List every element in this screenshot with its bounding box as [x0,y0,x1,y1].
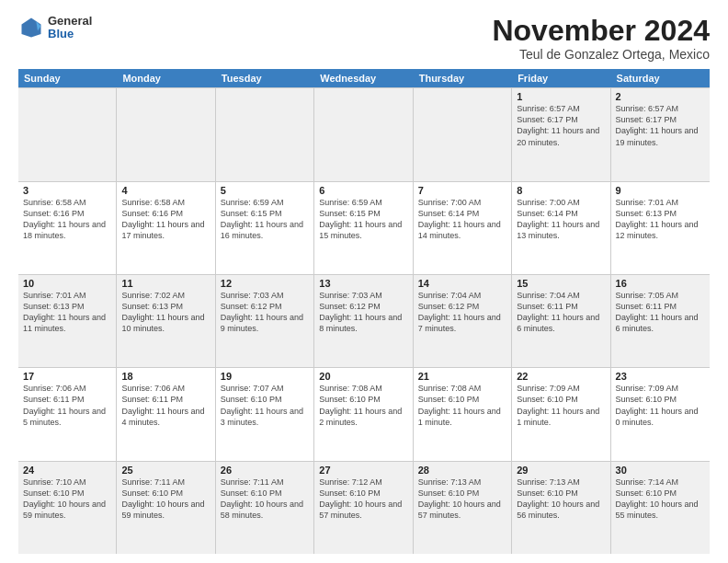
weekday-header: Friday [512,69,610,87]
logo-text: General Blue [48,15,92,41]
day-info: Sunrise: 7:02 AM Sunset: 6:13 PM Dayligh… [121,290,210,335]
day-info: Sunrise: 7:01 AM Sunset: 6:13 PM Dayligh… [23,290,111,335]
calendar-cell: 3Sunrise: 6:58 AM Sunset: 6:16 PM Daylig… [18,182,117,274]
logo-icon [18,15,44,40]
day-number: 4 [121,185,210,196]
day-number: 6 [319,185,407,196]
day-info: Sunrise: 6:57 AM Sunset: 6:17 PM Dayligh… [517,103,605,148]
calendar-cell: 7Sunrise: 7:00 AM Sunset: 6:14 PM Daylig… [414,182,512,274]
calendar: SundayMondayTuesdayWednesdayThursdayFrid… [18,69,710,554]
calendar-row: 1Sunrise: 6:57 AM Sunset: 6:17 PM Daylig… [18,88,710,181]
day-info: Sunrise: 6:59 AM Sunset: 6:15 PM Dayligh… [319,197,407,242]
day-number: 26 [221,465,309,476]
calendar-cell: 10Sunrise: 7:01 AM Sunset: 6:13 PM Dayli… [18,275,117,367]
calendar-cell: 9Sunrise: 7:01 AM Sunset: 6:13 PM Daylig… [611,182,710,274]
day-info: Sunrise: 7:13 AM Sunset: 6:10 PM Dayligh… [517,477,605,522]
day-info: Sunrise: 7:08 AM Sunset: 6:10 PM Dayligh… [319,383,407,428]
calendar-cell [18,88,117,180]
logo: General Blue [18,15,92,41]
day-info: Sunrise: 7:09 AM Sunset: 6:10 PM Dayligh… [616,383,705,428]
page-title: November 2024 [492,15,710,47]
calendar-cell: 13Sunrise: 7:03 AM Sunset: 6:12 PM Dayli… [314,275,413,367]
day-number: 2 [616,91,705,102]
calendar-cell: 28Sunrise: 7:13 AM Sunset: 6:10 PM Dayli… [414,462,512,554]
day-info: Sunrise: 6:57 AM Sunset: 6:17 PM Dayligh… [616,103,705,148]
weekday-header: Sunday [18,69,117,87]
calendar-cell: 2Sunrise: 6:57 AM Sunset: 6:17 PM Daylig… [611,88,710,180]
calendar-body: 1Sunrise: 6:57 AM Sunset: 6:17 PM Daylig… [18,87,710,554]
day-info: Sunrise: 7:03 AM Sunset: 6:12 PM Dayligh… [319,290,407,335]
calendar-cell: 6Sunrise: 6:59 AM Sunset: 6:15 PM Daylig… [314,182,413,274]
day-info: Sunrise: 7:04 AM Sunset: 6:11 PM Dayligh… [517,290,605,335]
header: General Blue November 2024 Teul de Gonza… [18,15,710,62]
day-number: 5 [221,185,309,196]
day-number: 25 [121,465,210,476]
day-number: 19 [221,371,309,382]
day-info: Sunrise: 6:58 AM Sunset: 6:16 PM Dayligh… [121,197,210,242]
day-number: 22 [517,371,605,382]
calendar-cell: 11Sunrise: 7:02 AM Sunset: 6:13 PM Dayli… [117,275,215,367]
calendar-cell [117,88,215,180]
day-number: 23 [616,371,705,382]
calendar-cell: 19Sunrise: 7:07 AM Sunset: 6:10 PM Dayli… [216,368,314,460]
day-info: Sunrise: 6:58 AM Sunset: 6:16 PM Dayligh… [23,197,111,242]
calendar-row: 17Sunrise: 7:06 AM Sunset: 6:11 PM Dayli… [18,368,710,461]
calendar-cell: 18Sunrise: 7:06 AM Sunset: 6:11 PM Dayli… [117,368,215,460]
day-number: 18 [121,371,210,382]
day-number: 8 [517,185,605,196]
day-number: 28 [418,465,506,476]
day-number: 11 [121,278,210,289]
day-info: Sunrise: 7:09 AM Sunset: 6:10 PM Dayligh… [517,383,605,428]
calendar-cell: 16Sunrise: 7:05 AM Sunset: 6:11 PM Dayli… [611,275,710,367]
calendar-cell: 15Sunrise: 7:04 AM Sunset: 6:11 PM Dayli… [512,275,610,367]
page: General Blue November 2024 Teul de Gonza… [0,0,728,563]
day-number: 1 [517,91,605,102]
calendar-cell: 14Sunrise: 7:04 AM Sunset: 6:12 PM Dayli… [414,275,512,367]
day-number: 27 [319,465,407,476]
day-info: Sunrise: 7:06 AM Sunset: 6:11 PM Dayligh… [121,383,210,428]
calendar-cell: 4Sunrise: 6:58 AM Sunset: 6:16 PM Daylig… [117,182,215,274]
day-number: 10 [23,278,111,289]
day-number: 16 [616,278,705,289]
weekday-header: Monday [117,69,215,87]
calendar-cell: 21Sunrise: 7:08 AM Sunset: 6:10 PM Dayli… [414,368,512,460]
day-info: Sunrise: 7:00 AM Sunset: 6:14 PM Dayligh… [517,197,605,242]
day-number: 15 [517,278,605,289]
day-info: Sunrise: 7:04 AM Sunset: 6:12 PM Dayligh… [418,290,506,335]
title-block: November 2024 Teul de Gonzalez Ortega, M… [492,15,710,62]
day-number: 20 [319,371,407,382]
calendar-header: SundayMondayTuesdayWednesdayThursdayFrid… [18,69,710,87]
day-number: 12 [221,278,309,289]
day-info: Sunrise: 7:00 AM Sunset: 6:14 PM Dayligh… [418,197,506,242]
logo-general-text: General [48,15,92,28]
day-number: 14 [418,278,506,289]
calendar-cell: 27Sunrise: 7:12 AM Sunset: 6:10 PM Dayli… [314,462,413,554]
day-number: 30 [616,465,705,476]
day-number: 17 [23,371,111,382]
calendar-cell [216,88,314,180]
day-number: 13 [319,278,407,289]
day-info: Sunrise: 7:01 AM Sunset: 6:13 PM Dayligh… [616,197,705,242]
day-info: Sunrise: 6:59 AM Sunset: 6:15 PM Dayligh… [221,197,309,242]
calendar-row: 10Sunrise: 7:01 AM Sunset: 6:13 PM Dayli… [18,275,710,368]
calendar-cell: 29Sunrise: 7:13 AM Sunset: 6:10 PM Dayli… [512,462,610,554]
day-number: 9 [616,185,705,196]
page-subtitle: Teul de Gonzalez Ortega, Mexico [492,47,710,62]
day-info: Sunrise: 7:06 AM Sunset: 6:11 PM Dayligh… [23,383,111,428]
calendar-cell: 1Sunrise: 6:57 AM Sunset: 6:17 PM Daylig… [512,88,610,180]
day-number: 21 [418,371,506,382]
day-info: Sunrise: 7:13 AM Sunset: 6:10 PM Dayligh… [418,477,506,522]
calendar-cell [414,88,512,180]
day-info: Sunrise: 7:08 AM Sunset: 6:10 PM Dayligh… [418,383,506,428]
calendar-cell: 5Sunrise: 6:59 AM Sunset: 6:15 PM Daylig… [216,182,314,274]
calendar-cell [314,88,413,180]
day-info: Sunrise: 7:14 AM Sunset: 6:10 PM Dayligh… [616,477,705,522]
calendar-cell: 24Sunrise: 7:10 AM Sunset: 6:10 PM Dayli… [18,462,117,554]
calendar-cell: 23Sunrise: 7:09 AM Sunset: 6:10 PM Dayli… [611,368,710,460]
calendar-row: 24Sunrise: 7:10 AM Sunset: 6:10 PM Dayli… [18,462,710,554]
weekday-header: Wednesday [314,69,413,87]
logo-blue-text: Blue [48,28,92,40]
day-info: Sunrise: 7:05 AM Sunset: 6:11 PM Dayligh… [616,290,705,335]
day-number: 29 [517,465,605,476]
calendar-cell: 25Sunrise: 7:11 AM Sunset: 6:10 PM Dayli… [117,462,215,554]
